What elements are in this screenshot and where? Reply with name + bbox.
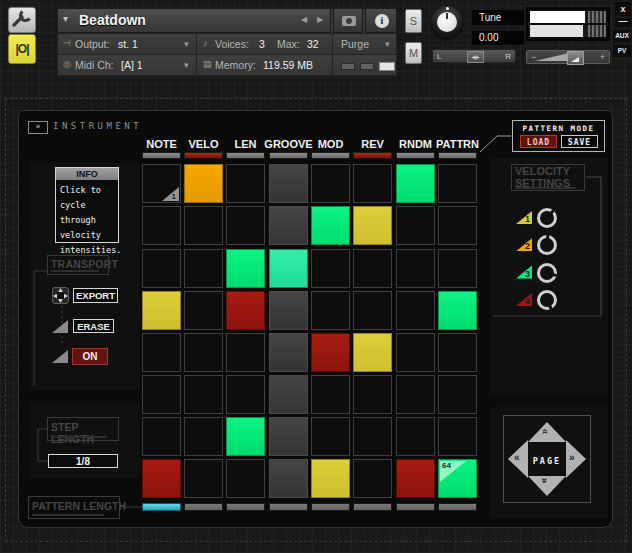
- grid-cell-r7c6[interactable]: [353, 417, 392, 456]
- grid-cell-r5c5[interactable]: [311, 333, 350, 372]
- pattern-length-step-5[interactable]: [311, 503, 350, 511]
- pattern-length-step-8[interactable]: [438, 503, 477, 511]
- grid-cell-r3c6[interactable]: [353, 249, 392, 288]
- instrument-logo-icon[interactable]: |O|: [8, 34, 36, 64]
- purge-menu[interactable]: Purge: [332, 33, 397, 55]
- grid-cell-r7c3[interactable]: [226, 417, 265, 456]
- grid-cell-r2c1[interactable]: [142, 206, 181, 245]
- grid-cell-r1c3[interactable]: [226, 164, 265, 203]
- grid-cell-r6c5[interactable]: [311, 375, 350, 414]
- close-button[interactable]: x: [615, 2, 631, 16]
- column-select-bar-note[interactable]: [142, 152, 181, 159]
- on-button[interactable]: ON: [72, 348, 108, 365]
- grid-cell-r3c3[interactable]: [226, 249, 265, 288]
- grid-cell-r8c2[interactable]: [184, 459, 223, 498]
- column-select-bar-mod[interactable]: [311, 152, 350, 159]
- grid-cell-r3c7[interactable]: [396, 249, 435, 288]
- grid-cell-r3c4[interactable]: [269, 249, 308, 288]
- page-down-button[interactable]: [528, 476, 566, 496]
- grid-cell-r4c5[interactable]: [311, 291, 350, 330]
- grid-cell-r6c8[interactable]: [438, 375, 477, 414]
- pan-slider[interactable]: L R: [432, 49, 516, 63]
- aux-tab[interactable]: AUX: [613, 30, 631, 42]
- grid-cell-r7c7[interactable]: [396, 417, 435, 456]
- grid-cell-r1c4[interactable]: [269, 164, 308, 203]
- pattern-load-button[interactable]: LOAD: [520, 135, 557, 148]
- pv-tab[interactable]: PV: [613, 45, 631, 57]
- chevron-down-icon[interactable]: [184, 58, 189, 70]
- pan-handle[interactable]: [467, 51, 484, 63]
- grid-cell-r2c7[interactable]: [396, 206, 435, 245]
- next-instrument-icon[interactable]: [317, 15, 323, 24]
- volume-handle[interactable]: [567, 51, 584, 65]
- column-select-bar-groove[interactable]: [269, 152, 308, 159]
- grid-cell-r8c6[interactable]: [353, 459, 392, 498]
- grid-cell-r6c4[interactable]: [269, 375, 308, 414]
- grid-cell-r1c1[interactable]: 1: [142, 164, 181, 203]
- velocity-knob-1[interactable]: [537, 208, 557, 228]
- grid-cell-r1c6[interactable]: [353, 164, 392, 203]
- mute-button[interactable]: M: [405, 42, 422, 64]
- grid-cell-r2c8[interactable]: [438, 206, 477, 245]
- grid-cell-r6c6[interactable]: [353, 375, 392, 414]
- grid-cell-r3c8[interactable]: [438, 249, 477, 288]
- pattern-length-step-3[interactable]: [226, 503, 265, 511]
- grid-cell-r4c4[interactable]: [269, 291, 308, 330]
- grid-cell-r4c3[interactable]: [226, 291, 265, 330]
- grid-cell-r5c2[interactable]: [184, 333, 223, 372]
- column-select-bar-velo[interactable]: [184, 152, 223, 159]
- snapshot-camera-button[interactable]: [333, 8, 363, 33]
- previous-instrument-icon[interactable]: [301, 15, 307, 24]
- grid-cell-r1c2[interactable]: [184, 164, 223, 203]
- grid-cell-r6c1[interactable]: [142, 375, 181, 414]
- instrument-title[interactable]: Beatdown: [79, 12, 146, 28]
- grid-cell-r1c7[interactable]: [396, 164, 435, 203]
- page-up-button[interactable]: [528, 422, 566, 442]
- column-select-bar-len[interactable]: [226, 152, 265, 159]
- grid-cell-r8c8[interactable]: 64: [438, 459, 477, 498]
- tune-knob[interactable]: [431, 6, 463, 38]
- grid-cell-r7c4[interactable]: [269, 417, 308, 456]
- info-button[interactable]: [365, 8, 397, 33]
- grid-cell-r8c7[interactable]: [396, 459, 435, 498]
- chevron-down-icon[interactable]: [184, 37, 189, 49]
- grid-cell-r8c5[interactable]: [311, 459, 350, 498]
- volume-slider[interactable]: − +: [526, 50, 610, 64]
- grid-cell-r7c8[interactable]: [438, 417, 477, 456]
- chevron-down-icon[interactable]: [385, 37, 390, 49]
- grid-cell-r5c6[interactable]: [353, 333, 392, 372]
- pattern-length-step-6[interactable]: [353, 503, 392, 511]
- grid-cell-r2c2[interactable]: [184, 206, 223, 245]
- grid-cell-r6c2[interactable]: [184, 375, 223, 414]
- grid-cell-r7c5[interactable]: [311, 417, 350, 456]
- midi-channel-select[interactable]: Midi Ch: [A] 1: [57, 54, 197, 76]
- grid-cell-r6c7[interactable]: [396, 375, 435, 414]
- grid-cell-r5c7[interactable]: [396, 333, 435, 372]
- collapse-caret-icon[interactable]: [63, 13, 68, 24]
- output-select[interactable]: Output: st. 1: [57, 33, 197, 55]
- grid-cell-r4c2[interactable]: [184, 291, 223, 330]
- erase-button[interactable]: ERASE: [73, 319, 114, 333]
- grid-cell-r5c4[interactable]: [269, 333, 308, 372]
- grid-cell-r3c2[interactable]: [184, 249, 223, 288]
- minimize-button[interactable]: —: [615, 18, 631, 27]
- grid-cell-r4c7[interactable]: [396, 291, 435, 330]
- column-select-bar-rev[interactable]: [353, 152, 392, 159]
- pattern-length-step-4[interactable]: [269, 503, 308, 511]
- grid-cell-r2c3[interactable]: [226, 206, 265, 245]
- pattern-length-step-7[interactable]: [396, 503, 435, 511]
- solo-button[interactable]: S: [405, 9, 422, 33]
- grid-cell-r4c6[interactable]: [353, 291, 392, 330]
- grid-cell-r1c5[interactable]: [311, 164, 350, 203]
- export-button[interactable]: EXPORT: [73, 288, 118, 303]
- grid-cell-r8c1[interactable]: [142, 459, 181, 498]
- grid-cell-r2c6[interactable]: [353, 206, 392, 245]
- pattern-length-step-2[interactable]: [184, 503, 223, 511]
- grid-cell-r5c3[interactable]: [226, 333, 265, 372]
- grid-cell-r2c5[interactable]: [311, 206, 350, 245]
- grid-cell-r4c8[interactable]: [438, 291, 477, 330]
- grid-cell-r3c5[interactable]: [311, 249, 350, 288]
- grid-cell-r8c4[interactable]: [269, 459, 308, 498]
- velocity-knob-3[interactable]: [537, 263, 557, 283]
- column-select-bar-pattrn[interactable]: [438, 152, 477, 159]
